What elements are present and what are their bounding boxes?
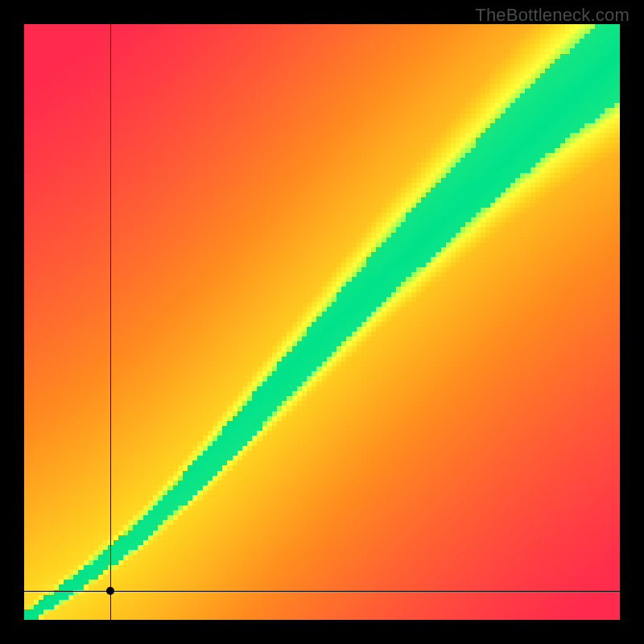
chart-stage: TheBottleneck.com xyxy=(0,0,644,644)
bottleneck-heatmap xyxy=(24,24,620,620)
watermark-text: TheBottleneck.com xyxy=(475,5,630,26)
